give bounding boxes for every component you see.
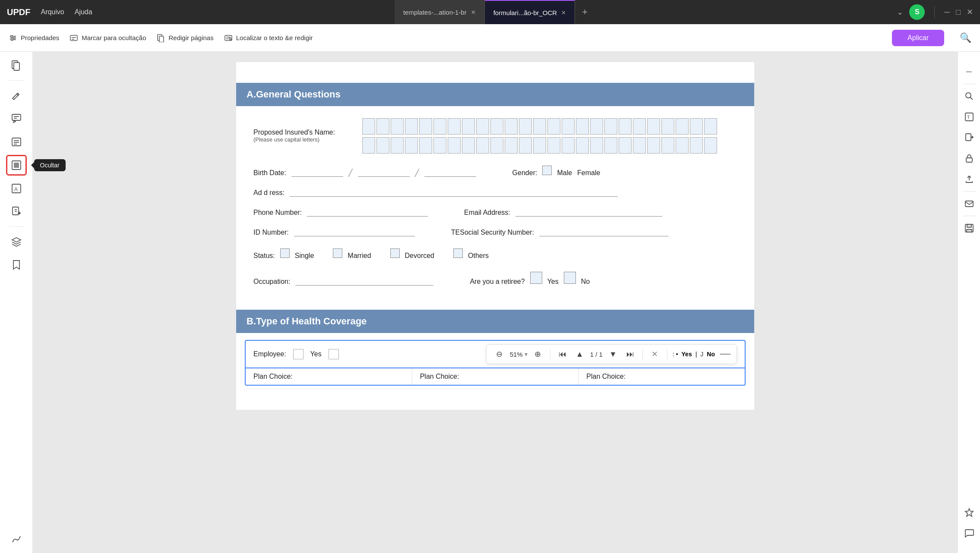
search-right-icon[interactable] <box>961 88 978 105</box>
letter-box[interactable] <box>590 118 603 135</box>
letter-box[interactable] <box>419 118 432 135</box>
letter-box[interactable] <box>704 118 717 135</box>
redact-sidebar-icon[interactable]: Ocultar <box>6 155 27 176</box>
mark-ocultacao-button[interactable]: Marcar para ocultação <box>70 34 146 42</box>
tab-1[interactable]: formulari...ão-br_OCR ✕ <box>485 0 575 24</box>
upload-right-icon[interactable] <box>961 170 978 188</box>
letter-box[interactable] <box>576 118 589 135</box>
properties-button[interactable]: Propriedades <box>9 34 59 42</box>
birth-date-month-input[interactable] <box>291 169 343 177</box>
letter-box[interactable] <box>676 118 689 135</box>
menu-ajuda[interactable]: Ajuda <box>75 8 92 16</box>
letter-box[interactable] <box>547 137 560 154</box>
zoom-dropdown-icon[interactable]: ▾ <box>525 351 528 358</box>
letter-box[interactable] <box>533 118 546 135</box>
localizar-button[interactable]: Localizar o texto &e redigir <box>224 34 313 42</box>
last-page-button[interactable]: ⏭ <box>623 347 637 361</box>
letter-box[interactable] <box>462 137 475 154</box>
letter-box[interactable] <box>519 137 532 154</box>
ocr-sidebar-icon[interactable]: A <box>6 178 27 199</box>
others-checkbox[interactable] <box>453 248 463 258</box>
letter-box[interactable] <box>433 118 446 135</box>
social-security-input[interactable] <box>539 229 669 236</box>
comment-right-icon[interactable] <box>961 525 978 542</box>
bookmark-sidebar-icon[interactable] <box>6 255 27 275</box>
letter-box[interactable] <box>391 137 404 154</box>
birth-date-day-input[interactable] <box>358 169 410 177</box>
letter-box[interactable] <box>476 118 489 135</box>
married-checkbox[interactable] <box>333 248 342 258</box>
redigir-button[interactable]: Redigir páginas <box>156 34 213 42</box>
retiree-yes-checkbox[interactable] <box>530 272 542 284</box>
extract-sidebar-icon[interactable] <box>6 201 27 222</box>
annotation-sidebar-icon[interactable] <box>6 108 27 129</box>
letter-box[interactable] <box>376 118 389 135</box>
edit-sidebar-icon[interactable] <box>6 85 27 106</box>
letter-box[interactable] <box>448 118 461 135</box>
letter-box[interactable] <box>619 118 632 135</box>
letter-box[interactable] <box>505 118 518 135</box>
toolbar-close-button[interactable]: ✕ <box>648 347 662 361</box>
email-input[interactable] <box>515 209 662 217</box>
extract-right-icon[interactable] <box>961 129 978 146</box>
tab-close-1[interactable]: ✕ <box>561 9 566 16</box>
prev-page-button[interactable]: ▲ <box>573 347 587 361</box>
zoom-in-button[interactable]: ⊕ <box>531 347 545 361</box>
letter-box[interactable] <box>391 118 404 135</box>
letter-box[interactable] <box>562 137 575 154</box>
letter-box[interactable] <box>547 118 560 135</box>
letter-box[interactable] <box>690 137 703 154</box>
lock-right-icon[interactable] <box>961 150 978 167</box>
letter-box[interactable] <box>704 137 717 154</box>
apply-button[interactable]: Aplicar <box>892 30 944 46</box>
letter-box[interactable] <box>433 137 446 154</box>
search-icon[interactable]: 🔍 <box>960 32 971 44</box>
letter-box[interactable] <box>505 137 518 154</box>
letter-box[interactable] <box>362 118 375 135</box>
zoom-out-button[interactable]: ⊖ <box>493 347 506 361</box>
maximize-button[interactable]: □ <box>956 8 961 17</box>
letter-box[interactable] <box>676 137 689 154</box>
letter-box[interactable] <box>405 137 418 154</box>
letter-box[interactable] <box>462 118 475 135</box>
letter-box[interactable] <box>590 137 603 154</box>
close-button[interactable]: ✕ <box>967 7 973 17</box>
star-right-icon[interactable] <box>961 504 978 521</box>
letter-box[interactable] <box>519 118 532 135</box>
letter-box[interactable] <box>419 137 432 154</box>
letter-box[interactable] <box>647 118 660 135</box>
employee-checkbox[interactable] <box>293 349 303 359</box>
letter-box[interactable] <box>619 137 632 154</box>
letter-box[interactable] <box>476 137 489 154</box>
form-sidebar-icon[interactable] <box>6 132 27 152</box>
employee-yes-filled-checkbox[interactable] <box>329 349 339 359</box>
letter-box[interactable] <box>405 118 418 135</box>
letter-box[interactable] <box>533 137 546 154</box>
phone-input[interactable] <box>307 209 428 217</box>
layers-sidebar-icon[interactable] <box>6 231 27 252</box>
tab-close-0[interactable]: ✕ <box>471 9 476 16</box>
sign-sidebar-icon[interactable] <box>6 529 27 550</box>
letter-box[interactable] <box>490 118 503 135</box>
first-page-button[interactable]: ⏮ <box>556 347 569 361</box>
letter-box[interactable] <box>362 137 375 154</box>
letter-box[interactable] <box>661 137 674 154</box>
next-page-button[interactable]: ▼ <box>606 347 620 361</box>
id-input[interactable] <box>294 229 415 236</box>
letter-box[interactable] <box>661 118 674 135</box>
single-checkbox[interactable] <box>280 248 290 258</box>
letter-box[interactable] <box>604 137 617 154</box>
tab-add-button[interactable]: + <box>575 6 594 18</box>
chevron-down-icon[interactable]: ⌄ <box>897 7 903 17</box>
menu-arquivo[interactable]: Arquivo <box>41 8 64 16</box>
letter-box[interactable] <box>448 137 461 154</box>
letter-box[interactable] <box>690 118 703 135</box>
letter-box[interactable] <box>633 118 646 135</box>
letter-box[interactable] <box>604 118 617 135</box>
birth-date-year-input[interactable] <box>424 169 476 177</box>
letter-box[interactable] <box>562 118 575 135</box>
minimize-button[interactable]: ─ <box>944 8 950 17</box>
letter-box[interactable] <box>376 137 389 154</box>
letter-box[interactable] <box>576 137 589 154</box>
gender-male-checkbox[interactable] <box>542 166 552 175</box>
